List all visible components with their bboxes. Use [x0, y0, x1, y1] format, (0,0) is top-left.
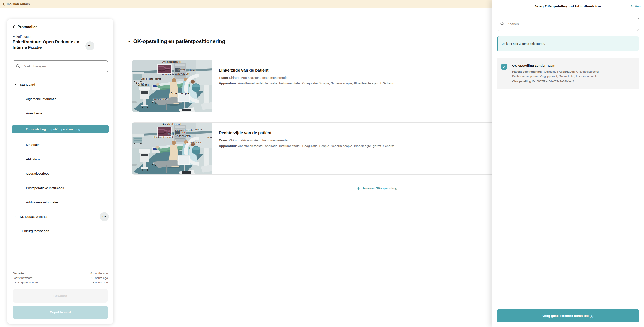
sidebar-divider	[7, 55, 114, 55]
thumb-label: Instrumenttafel	[153, 98, 168, 101]
thumb-label: Scherm	[207, 136, 212, 139]
sidebar-item-ok-opstelling-selected[interactable]: OK-opstelling en patiëntpositionering	[12, 125, 109, 133]
meta-created: Gecreëerd:6 months ago	[13, 271, 108, 276]
protocol-more-button[interactable]: •••	[86, 41, 94, 50]
plus-icon	[357, 186, 360, 190]
add-selected-items-button[interactable]: Voeg geselecteerde items toe (1)	[497, 309, 639, 322]
sidebar-item-afdekken[interactable]: Afdekken	[12, 152, 109, 166]
meta-last-saved: Laatst bewaard:18 hours ago	[13, 276, 108, 280]
checkmark-icon	[502, 65, 506, 68]
thumb-label: Chirurg	[168, 132, 176, 135]
back-chevron-icon	[13, 25, 15, 29]
protocol-sidebar: Protocollen Enkelfractuur Enkelfractuur:…	[7, 19, 114, 324]
caret-down-icon: ▾	[15, 83, 16, 86]
thumb-label: Arts-assistent	[177, 135, 192, 137]
tree-group-standaard[interactable]: ▾ Standaard	[12, 78, 109, 92]
back-icon[interactable]	[2, 2, 5, 6]
thumb-label: Bloedleegte -garrot	[153, 136, 173, 138]
library-item-title: OK-opstelling zonder naam	[512, 64, 613, 68]
sidebar-item-materialen[interactable]: Materialen	[12, 138, 109, 152]
saved-button: Bewaard	[13, 289, 108, 302]
more-icon: •••	[102, 215, 106, 218]
thumb-label: Instrumenterende	[162, 73, 180, 76]
app-title: Incision Admin	[7, 2, 30, 6]
search-icon	[500, 22, 504, 27]
thumb-label: Chirurg	[178, 68, 186, 71]
sidebar-item-operatieverloop[interactable]: Operatieverloop	[12, 166, 109, 181]
sidebar-item-surgeon[interactable]: ▸ Dr. Depuy, Synthes •••	[12, 210, 109, 224]
section-title: OK-opstelling en patiëntpositionering	[134, 38, 225, 44]
thumb-label: Instrumenttafel	[186, 141, 202, 144]
protocol-category: Enkelfractuur	[13, 35, 108, 38]
search-icon	[16, 64, 20, 69]
sidebar-item-algemene-informatie[interactable]: Algemene informatie	[12, 92, 109, 106]
caret-down-icon: ▾	[128, 40, 130, 43]
library-item-description: Patient positionering: Rugligging | Appa…	[512, 70, 613, 79]
library-item[interactable]: OK-opstelling zonder naam Patient positi…	[497, 58, 639, 89]
surgeon-more-button[interactable]: •••	[100, 212, 109, 221]
back-label: Protocollen	[18, 25, 38, 29]
protocol-title: Enkelfractuur: Open Reductie en Interne …	[13, 39, 83, 50]
thumb-label: Coagulatie	[138, 84, 149, 86]
published-button[interactable]: Gepubliceerd	[13, 305, 108, 319]
thumb-label: Instrumenterende	[174, 129, 193, 131]
thumb-label: Anesthesietoestel	[162, 61, 181, 63]
thumb-label: Scherm scopie	[170, 92, 189, 95]
thumb-label: Scopie	[189, 69, 196, 71]
item-checkbox-checked[interactable]	[501, 64, 507, 70]
more-icon: •••	[88, 44, 92, 47]
thumb-label: Scopie	[194, 128, 202, 131]
or-room-thumbnail: Anesthesietoestel Instrumenterende Chiru…	[132, 60, 212, 112]
panel-title: Voeg OK-opstelling uit bibliotheek toe	[535, 4, 601, 9]
library-search-input[interactable]	[497, 18, 639, 31]
selection-limit-banner: Je kunt nog 3 items selecteren.	[497, 37, 639, 51]
caret-right-icon: ▸	[15, 215, 16, 218]
plus-icon	[14, 229, 18, 233]
thumb-label: Anesthesietoestel	[162, 123, 181, 126]
sidebar-footer: Gecreëerd:6 months ago Laatst bewaard:18…	[7, 266, 114, 319]
sidebar-item-postoperatieve-instructies[interactable]: Postoperatieve instructies	[12, 181, 109, 195]
sidebar-item-anesthesie[interactable]: Anesthesie	[12, 106, 109, 121]
or-room-thumbnail: Anesthesietoestel Instrumenterende Scopi…	[132, 123, 212, 174]
thumb-label: Bloedleegte -garrot	[141, 78, 161, 80]
back-to-protocols[interactable]: Protocollen	[13, 25, 108, 29]
surgeon-search-input[interactable]	[13, 61, 108, 72]
library-panel: Voeg OK-opstelling uit bibliotheek toe S…	[492, 0, 644, 327]
sidebar-item-additionele-informatie[interactable]: Additionele informatie	[12, 195, 109, 210]
library-item-id: OK-opstelling ID: 6965f7a454a071c7e84b4e…	[512, 79, 613, 84]
add-surgeon-button[interactable]: Chirurg toevoegen...	[12, 224, 109, 238]
meta-last-published: Laatst gepubliceerd:18 hours ago	[13, 280, 108, 285]
chapter-tree: ▾ Standaard Algemene informatie Anesthes…	[7, 78, 114, 266]
thumb-label: Arts-assi	[181, 72, 190, 75]
close-panel-button[interactable]: Sluiten	[630, 5, 640, 8]
